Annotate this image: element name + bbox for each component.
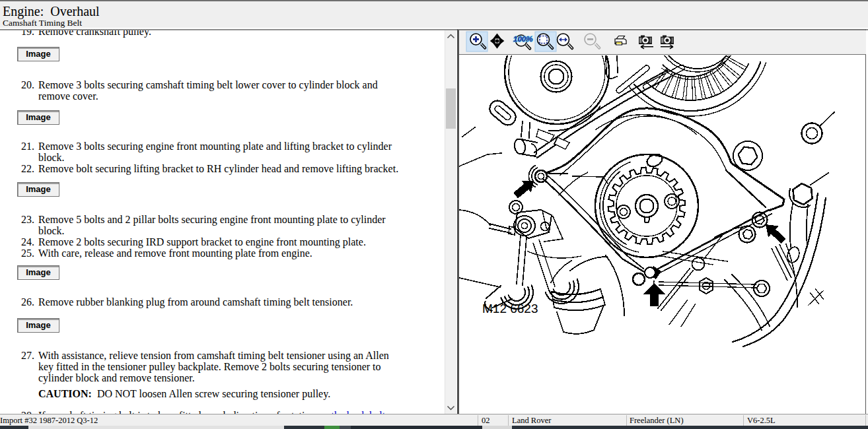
svg-text:M12 6623: M12 6623 [482, 302, 538, 315]
svg-text:100%: 100% [513, 35, 532, 43]
